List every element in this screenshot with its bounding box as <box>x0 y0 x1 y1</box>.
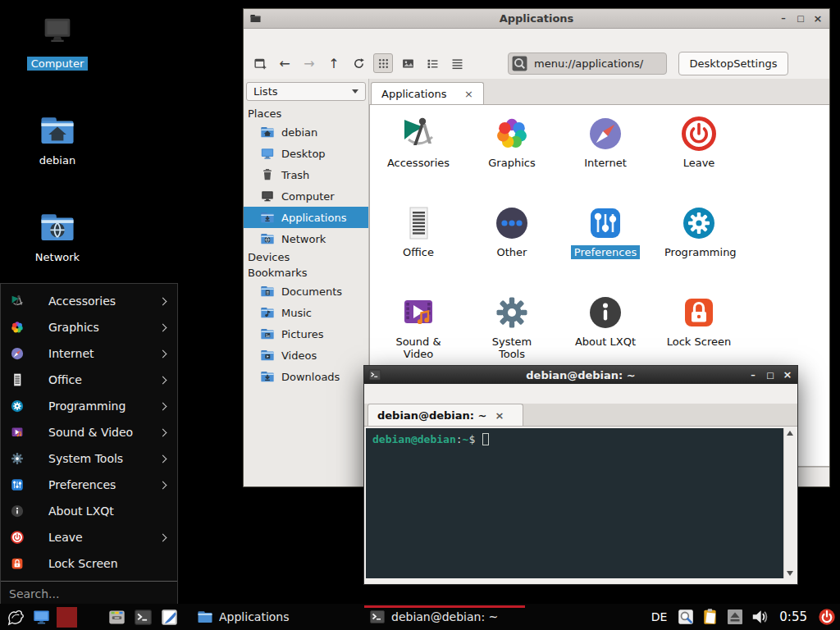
sidebar-item[interactable]: Pictures <box>244 323 368 345</box>
menu-item[interactable]: Lock Screen <box>1 550 177 577</box>
scroll-down-icon[interactable] <box>787 571 793 576</box>
folder-downloads-icon <box>260 369 275 384</box>
menu-item[interactable]: Internet <box>1 340 177 367</box>
file-manager-titlebar[interactable]: Applications <box>244 9 829 29</box>
terminal-titlebar[interactable]: debian@debian: ~ <box>364 366 797 384</box>
qterminal-icon <box>134 608 153 627</box>
maximize-button[interactable] <box>765 371 776 380</box>
folder-home-icon <box>39 112 76 149</box>
cat-programming-icon <box>679 203 719 243</box>
close-button[interactable] <box>782 370 793 380</box>
folder-item[interactable]: Graphics <box>465 114 559 203</box>
folder-item[interactable]: Leave <box>652 114 746 203</box>
new-tab-button[interactable] <box>250 53 270 73</box>
folder-item[interactable]: Programming <box>652 203 746 293</box>
clock[interactable]: 0:55 <box>779 609 807 624</box>
quick-launch-button[interactable] <box>106 606 128 628</box>
tab-close-icon[interactable] <box>464 88 473 100</box>
computer-big-icon <box>39 15 76 52</box>
submenu-chevron <box>159 297 167 305</box>
submenu-chevron <box>159 481 167 489</box>
menu-item[interactable]: Preferences <box>1 472 177 498</box>
sidebar-item[interactable]: Computer <box>244 185 368 207</box>
show-desktop-button[interactable] <box>30 606 52 628</box>
menu-item[interactable]: Accessories <box>1 288 177 314</box>
terminal-icon <box>368 368 381 381</box>
folder-plain-icon <box>197 609 213 625</box>
menu-item[interactable]: Graphics <box>1 314 177 340</box>
sidebar-item[interactable]: Places <box>244 106 368 121</box>
folder-item[interactable]: Internet <box>559 114 652 203</box>
sidebar-item[interactable]: Network <box>244 228 368 249</box>
scroll-up-icon[interactable] <box>787 431 793 436</box>
desktop-icon[interactable]: Computer <box>16 15 98 92</box>
desktop-settings-button[interactable]: DesktopSettings <box>678 52 788 75</box>
task-button[interactable]: Applications <box>192 605 353 628</box>
back-button[interactable] <box>275 53 294 73</box>
eject-tray-icon[interactable] <box>726 608 744 626</box>
terminal-tab[interactable]: debian@debian: ~ <box>368 404 523 426</box>
sidebar-item[interactable]: Downloads <box>244 366 368 387</box>
chevron-down-icon <box>352 89 358 94</box>
menu-item[interactable]: Sound & Video <box>1 419 177 445</box>
workspace-switcher[interactable] <box>57 607 77 628</box>
trash-ic-icon <box>260 167 275 182</box>
reload-button[interactable] <box>349 53 368 73</box>
sidebar-item[interactable]: Videos <box>244 345 368 366</box>
folder-item[interactable]: Other <box>465 203 559 293</box>
volume-icon[interactable] <box>751 608 769 626</box>
workspace-switcher[interactable] <box>81 607 102 628</box>
sidebar-item[interactable]: Documents <box>244 281 368 302</box>
screenshot-tray-icon[interactable] <box>677 608 695 626</box>
forward-button[interactable] <box>299 53 319 73</box>
featherpad-icon <box>160 608 179 627</box>
tab-close-icon[interactable] <box>495 409 504 422</box>
sidebar-mode-select[interactable]: Lists <box>246 82 366 101</box>
keyboard-layout[interactable]: DE <box>651 610 668 623</box>
file-manager-tabbar: Applications <box>369 79 829 104</box>
thumbnail-view-button[interactable] <box>398 53 418 73</box>
menu-item[interactable]: About LXQt <box>1 498 177 524</box>
sidebar-item[interactable]: Applications <box>244 207 368 228</box>
menu-item[interactable]: Programming <box>1 393 177 419</box>
up-button[interactable] <box>324 53 344 73</box>
folder-item[interactable]: Office <box>372 203 465 293</box>
quick-launch-button[interactable] <box>158 606 180 628</box>
power-button[interactable] <box>818 608 836 626</box>
desktop-icon[interactable]: Network <box>16 208 98 285</box>
scrollbar[interactable] <box>783 428 796 578</box>
menu-item[interactable]: Leave <box>1 524 177 550</box>
folder-network-icon <box>39 208 76 246</box>
detailed-list-view-button[interactable] <box>422 53 442 73</box>
sidebar-item[interactable]: Trash <box>244 164 368 185</box>
compact-view-button[interactable] <box>447 53 467 73</box>
main-menu-button[interactable] <box>4 606 26 628</box>
folder-home-icon <box>260 125 275 139</box>
maximize-button[interactable] <box>795 14 806 23</box>
cat-internet-icon <box>10 346 25 361</box>
sidebar-item[interactable]: debian <box>244 121 368 143</box>
close-button[interactable] <box>812 14 824 24</box>
submenu-chevron <box>159 323 167 331</box>
sidebar-item[interactable]: Bookmarks <box>244 265 368 281</box>
clipboard-tray-icon[interactable] <box>701 608 719 626</box>
folder-item[interactable]: Preferences <box>559 203 652 293</box>
menu-item[interactable]: Office <box>1 367 177 393</box>
menu-item[interactable]: System Tools <box>1 445 177 472</box>
cat-lock-screen-icon <box>679 293 719 332</box>
computer-ic-icon <box>260 189 275 203</box>
quick-launch-button[interactable] <box>132 606 154 628</box>
terminal-screen[interactable]: debian@debian:~$ <box>366 428 783 578</box>
tab-applications[interactable]: Applications <box>371 82 484 104</box>
minimize-button[interactable] <box>747 371 759 380</box>
cat-leave-icon <box>679 114 719 153</box>
desktop-icon[interactable]: debian <box>16 112 98 189</box>
minimize-button[interactable] <box>778 14 789 23</box>
sidebar-item[interactable]: Devices <box>244 249 368 265</box>
sidebar-item[interactable]: Music <box>244 302 368 323</box>
folder-item[interactable]: Accessories <box>372 114 465 203</box>
task-button[interactable]: debian@debian: ~ <box>364 605 525 628</box>
location-bar[interactable]: menu://applications/ <box>508 52 667 75</box>
sidebar-item[interactable]: Desktop <box>244 143 368 164</box>
icon-view-button[interactable] <box>373 53 393 73</box>
